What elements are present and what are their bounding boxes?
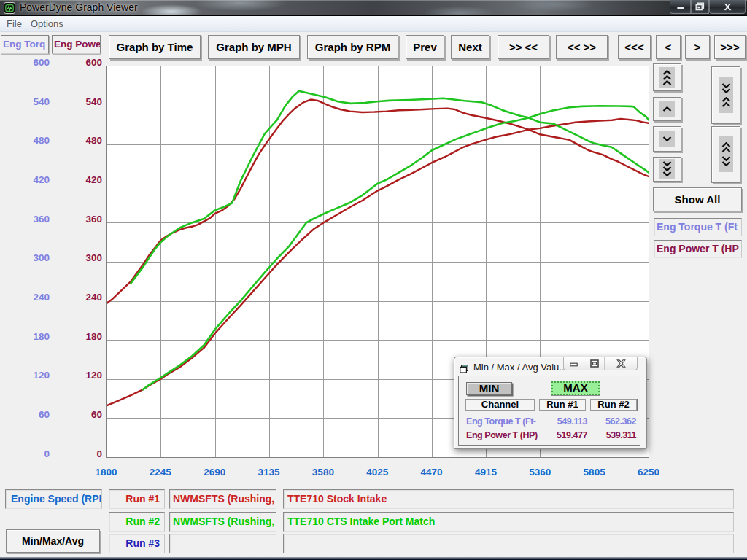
- step-right-button[interactable]: >: [685, 35, 710, 59]
- scroll-down-button[interactable]: [653, 126, 681, 152]
- title-bar: PowerDyne Graph Viewer: [0, 0, 747, 16]
- y-tick-label: 360: [1, 214, 50, 224]
- chevrons-outward-icon: [719, 136, 733, 172]
- legend-eng-power[interactable]: Eng Power T (HP: [654, 240, 742, 258]
- run1-column-header[interactable]: Run #1: [539, 399, 586, 411]
- x-tick-label: 3135: [247, 467, 291, 478]
- curve-4: [143, 106, 649, 389]
- max-toggle-button[interactable]: MAX: [551, 381, 600, 395]
- scroll-up-fast-button[interactable]: [653, 63, 681, 91]
- x-tick-label: 4915: [464, 467, 508, 478]
- legend-eng-torque[interactable]: Eng Torque T (Ft: [654, 218, 742, 236]
- dialog-title: Min / Max / Avg Valu...: [473, 362, 567, 373]
- menu-bar: File Options: [0, 16, 747, 32]
- triple-chevron-down-icon: [659, 159, 675, 179]
- menu-options[interactable]: Options: [31, 18, 63, 29]
- run1-description-box[interactable]: TTE710 Stock Intake: [283, 489, 734, 509]
- run3-operator-box[interactable]: [169, 534, 276, 553]
- minimize-button[interactable]: [670, 0, 691, 14]
- y-tick-label: 120: [54, 370, 102, 380]
- min-toggle-button[interactable]: MIN: [466, 382, 512, 395]
- fast-right-button[interactable]: >>>: [714, 35, 746, 59]
- y-tick-label: 180: [54, 332, 102, 341]
- chevrons-inward-icon: [719, 77, 733, 113]
- dialog-icon: [460, 363, 468, 372]
- show-all-button[interactable]: Show All: [653, 187, 742, 211]
- fast-left-button[interactable]: <<<: [618, 35, 651, 59]
- close-button[interactable]: [709, 0, 746, 14]
- menu-file[interactable]: File: [7, 18, 22, 29]
- next-button[interactable]: Next: [451, 35, 489, 59]
- window-title: PowerDyne Graph Viewer: [20, 1, 138, 13]
- scroll-up-button[interactable]: [653, 97, 681, 122]
- y-tick-label: 600: [54, 58, 102, 67]
- app-icon: [4, 2, 15, 14]
- y-tick-label: 360: [54, 214, 102, 224]
- y-tick-label: 0: [54, 449, 102, 459]
- y-tick-label: 240: [1, 292, 50, 302]
- prev-button[interactable]: Prev: [406, 35, 444, 59]
- scroll-down-fast-button[interactable]: [653, 157, 681, 182]
- y-tick-label: 120: [1, 370, 50, 380]
- torque-row-run1-value: 549.113: [539, 416, 587, 427]
- y-tick-label: 480: [1, 136, 50, 145]
- run2-description-box[interactable]: TTE710 CTS Intake Port Match: [283, 512, 734, 532]
- tab-eng-power[interactable]: Eng Powe: [52, 35, 101, 54]
- x-tick-label: 6250: [627, 467, 670, 478]
- window-bottom-edge: [0, 557, 747, 560]
- tab-eng-torque[interactable]: Eng Torq: [1, 35, 49, 54]
- x-channel-box[interactable]: Engine Speed (RPM: [5, 489, 102, 509]
- y-tick-label: 300: [1, 253, 50, 262]
- y-tick-label: 420: [54, 175, 102, 184]
- torque-row-run2-value: 562.362: [590, 416, 636, 427]
- x-tick-label: 2690: [193, 467, 236, 478]
- chevron-up-icon: [659, 101, 675, 117]
- graph-by-time-button[interactable]: Graph by Time: [109, 35, 201, 59]
- y-tick-label: 60: [1, 410, 50, 419]
- torque-row-channel: Eng Torque T (Ft-: [466, 416, 541, 427]
- y-tick-label: 600: [1, 58, 50, 67]
- y-tick-label: 480: [54, 136, 102, 145]
- x-tick-label: 4025: [355, 467, 399, 478]
- channel-column-header[interactable]: Channel: [465, 399, 535, 411]
- y-tick-label: 180: [1, 332, 50, 341]
- dialog-body: MIN MAX Channel Run #1 Run #2 Eng Torque…: [458, 376, 640, 446]
- zoom-in-vertical-button[interactable]: [711, 66, 740, 124]
- x-tick-label: 5805: [573, 467, 616, 478]
- run3-description-box[interactable]: [283, 534, 734, 553]
- graph-by-mph-button[interactable]: Graph by MPH: [208, 35, 300, 59]
- power-row-channel: Eng Power T (HP): [466, 430, 541, 440]
- y-tick-label: 240: [54, 292, 102, 302]
- graph-by-rpm-button[interactable]: Graph by RPM: [307, 35, 398, 59]
- run2-label[interactable]: Run #2: [109, 512, 165, 532]
- restore-button[interactable]: [691, 0, 709, 14]
- zoom-out-vertical-button[interactable]: [711, 126, 740, 183]
- run2-operator-box[interactable]: NWMSFTS (Rushing,: [169, 512, 276, 532]
- power-row-run2-value: 539.311: [590, 430, 636, 440]
- dialog-close-button[interactable]: [605, 357, 637, 370]
- y-tick-label: 420: [1, 175, 50, 184]
- x-tick-label: 5360: [518, 467, 562, 478]
- y-tick-label: 0: [1, 449, 50, 459]
- run1-operator-box[interactable]: NWMSFTS (Rushing,: [169, 489, 276, 509]
- dialog-maximize-button[interactable]: [584, 357, 605, 370]
- run3-label[interactable]: Run #3: [109, 534, 165, 553]
- min-max-avg-dialog: Min / Max / Avg Valu... MIN MAX Channel …: [454, 357, 647, 449]
- min-max-avg-button[interactable]: Min/Max/Avg: [6, 529, 100, 553]
- chevron-down-icon: [659, 131, 675, 147]
- x-tick-label: 1800: [85, 467, 128, 478]
- y-tick-label: 60: [54, 410, 102, 419]
- x-tick-label: 2245: [139, 467, 182, 478]
- curve-3: [131, 91, 649, 284]
- y-tick-label: 300: [54, 253, 102, 262]
- zoom-out-ends-button[interactable]: << >>: [556, 35, 608, 59]
- step-left-button[interactable]: <: [656, 35, 681, 59]
- power-row-run1-value: 519.477: [539, 430, 587, 440]
- y-tick-label: 540: [1, 97, 50, 106]
- run2-column-header[interactable]: Run #2: [590, 399, 637, 411]
- triple-chevron-up-icon: [659, 67, 675, 88]
- dialog-caption-buttons: [563, 357, 638, 370]
- run1-label[interactable]: Run #1: [109, 489, 165, 509]
- dialog-minimize-button[interactable]: [564, 357, 584, 370]
- zoom-in-ends-button[interactable]: >> <<: [498, 35, 549, 59]
